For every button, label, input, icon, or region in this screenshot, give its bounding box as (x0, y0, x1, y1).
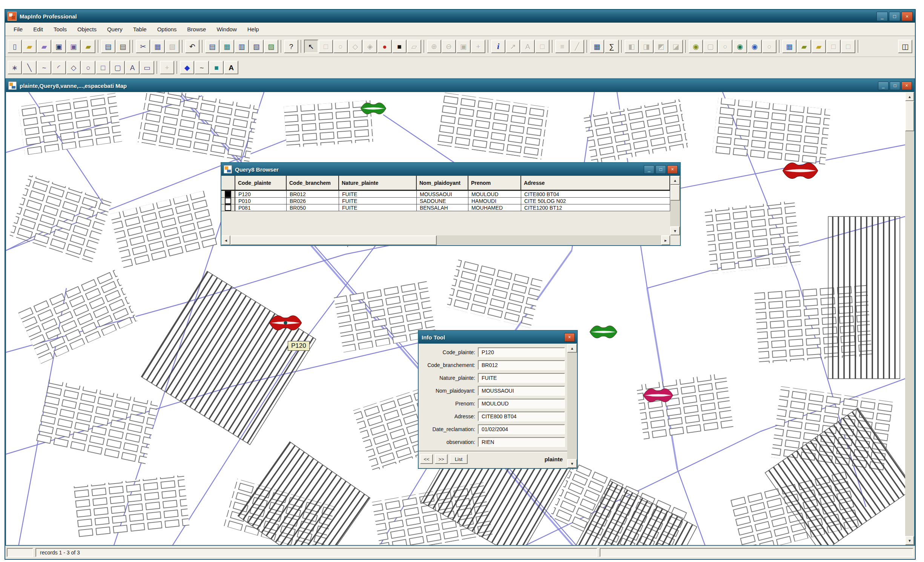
map-maximize-button[interactable]: □ (890, 81, 900, 90)
field-value-input[interactable]: CITE800 BT04 (478, 412, 565, 421)
frame-tool[interactable]: ▭ (140, 61, 154, 74)
text-style-button[interactable]: A (224, 61, 238, 74)
open-web-feature-service-button[interactable]: ▰ (797, 40, 811, 53)
open-table-button[interactable]: ▰ (22, 40, 37, 53)
region-style-button[interactable]: ■ (209, 61, 224, 74)
browser-vscroll-thumb[interactable] (670, 185, 680, 201)
open-web-map-service-button[interactable]: ▦ (782, 40, 797, 53)
map-window-titlebar[interactable]: plainte,Query8,vanne,...,espacebati Map … (6, 79, 914, 92)
open-dbms-connection-button[interactable]: ◉ (733, 40, 747, 53)
row-select-box[interactable] (221, 198, 235, 204)
cell-code_plainte[interactable]: P010 (235, 198, 287, 204)
cell-adresse[interactable]: CITE 50LOG N02 (521, 198, 670, 204)
column-header-nom_plaidoyant[interactable]: Nom_plaidoyant (417, 176, 468, 191)
symbol-style-button[interactable]: ◆ (180, 61, 194, 74)
polyline-tool[interactable]: ~ (37, 61, 51, 74)
menu-window[interactable]: Window (211, 23, 242, 35)
rounded-rectangle-tool[interactable]: ▢ (111, 61, 125, 74)
browser-horizontal-scrollbar[interactable]: ◄ ► (221, 235, 670, 245)
run-mapbasic-program-button[interactable]: ◉ (689, 40, 703, 53)
save-copy-as-button[interactable]: ▣ (66, 40, 81, 53)
menu-edit[interactable]: Edit (28, 23, 48, 35)
cell-adresse[interactable]: CITE800 BT04 (521, 191, 670, 198)
new-layout-button[interactable]: ▧ (249, 40, 264, 53)
scroll-up-icon[interactable]: ▲ (905, 92, 914, 101)
ellipse-tool[interactable]: ○ (81, 61, 95, 74)
menu-query[interactable]: Query (102, 23, 128, 35)
complaint-marker-green-2[interactable] (589, 324, 618, 340)
new-redistricter-button[interactable]: ▨ (264, 40, 278, 53)
map-scrollbar-track[interactable] (905, 131, 914, 536)
browser-titlebar[interactable]: Query8 Browser _ □ × (221, 163, 680, 176)
select-tool[interactable]: ↖ (304, 40, 318, 53)
cell-code_plainte[interactable]: P120 (235, 191, 287, 198)
line-tool[interactable]: ╲ (22, 61, 37, 74)
field-value-input[interactable]: BR012 (478, 360, 565, 370)
cell-nature_plainte[interactable]: FUITE (339, 191, 417, 198)
cell-nom_plaidoyant[interactable]: SADOUNE (417, 198, 468, 204)
field-value-input[interactable]: MOULOUD (478, 399, 565, 408)
open-dbms-table-button[interactable]: ▰ (37, 40, 51, 53)
complaint-marker-green-1[interactable] (360, 101, 387, 116)
field-value-input[interactable]: 01/02/2004 (478, 424, 565, 434)
column-header-adresse[interactable]: Adresse (521, 176, 670, 191)
scroll-up-icon[interactable]: ▲ (567, 344, 577, 353)
field-value-input[interactable]: RIEN (478, 437, 565, 447)
browser-hscroll-track[interactable] (437, 235, 661, 245)
column-header-nature_plainte[interactable]: Nature_plainte (339, 176, 417, 191)
list-button[interactable]: List (450, 454, 468, 464)
map-close-button[interactable]: × (901, 81, 912, 90)
map-canvas[interactable]: ▲ ▼ (6, 92, 914, 545)
app-titlebar[interactable]: MapInfo Professional _ □ × (5, 10, 915, 23)
map-vertical-scrollbar[interactable]: ▲ ▼ (905, 92, 914, 545)
info-tool-titlebar[interactable]: Info Tool × (419, 331, 577, 344)
cell-code_branchem[interactable]: BR012 (287, 191, 339, 198)
row-select-box[interactable] (221, 191, 235, 198)
cell-prenom[interactable]: HAMOUDI (468, 198, 521, 204)
cell-nom_plaidoyant[interactable]: BENSALAH (417, 204, 468, 211)
maximize-button[interactable]: □ (889, 12, 900, 21)
new-mapper-button[interactable]: ▦ (220, 40, 234, 53)
browser-maximize-button[interactable]: □ (655, 165, 666, 174)
scroll-down-icon[interactable]: ▼ (905, 536, 914, 545)
menu-options[interactable]: Options (152, 23, 182, 35)
map-minimize-button[interactable]: _ (878, 81, 889, 90)
menu-table[interactable]: Table (128, 23, 152, 35)
print-button[interactable]: ▤ (116, 40, 130, 53)
info-vertical-scrollbar[interactable]: ▲ ▼ (567, 344, 577, 468)
field-value-input[interactable]: MOUSSAOUI (478, 386, 565, 396)
browser-close-button[interactable]: × (667, 165, 678, 174)
save-table-button[interactable]: ▣ (52, 40, 66, 53)
field-value-input[interactable]: P120 (478, 347, 565, 357)
help-pointer-button[interactable]: ? (284, 40, 298, 53)
close-button[interactable]: × (901, 12, 913, 21)
info-vscroll-track[interactable] (567, 353, 577, 459)
cell-nom_plaidoyant[interactable]: MOUSSAOUI (417, 191, 468, 198)
polygon-tool[interactable]: ◇ (66, 61, 81, 74)
menu-help[interactable]: Help (242, 23, 264, 35)
browser-vscroll-track[interactable] (670, 201, 680, 226)
scroll-right-icon[interactable]: ► (661, 235, 670, 245)
cut-button[interactable]: ✂ (136, 40, 150, 53)
previous-record-button[interactable]: << (420, 454, 433, 464)
copy-button[interactable]: ▦ (150, 40, 165, 53)
complaint-marker-red-selected[interactable] (268, 313, 303, 333)
new-grapher-button[interactable]: ▥ (235, 40, 249, 53)
next-record-button[interactable]: >> (435, 454, 448, 464)
statistics-button[interactable]: ∑ (605, 40, 619, 53)
unselect-all-button[interactable]: ● (378, 40, 392, 53)
complaint-marker-red-1[interactable] (781, 160, 819, 181)
new-table-button[interactable]: ▯ (8, 40, 22, 53)
field-value-input[interactable]: FUITE (478, 373, 565, 383)
symbol-tool[interactable]: ∗ (8, 61, 22, 74)
minimize-button[interactable]: _ (876, 12, 888, 21)
browser-minimize-button[interactable]: _ (644, 165, 654, 174)
menu-file[interactable]: File (8, 23, 28, 35)
cell-code_branchem[interactable]: BR026 (287, 198, 339, 204)
refresh-dbms-table-button[interactable]: ◉ (747, 40, 762, 53)
column-header-prenom[interactable]: Prenom (468, 176, 521, 191)
rectangle-tool[interactable]: □ (96, 61, 110, 74)
line-style-button[interactable]: ~ (195, 61, 209, 74)
map-scrollbar-thumb[interactable] (905, 101, 914, 131)
undo-button[interactable]: ↶ (185, 40, 200, 53)
